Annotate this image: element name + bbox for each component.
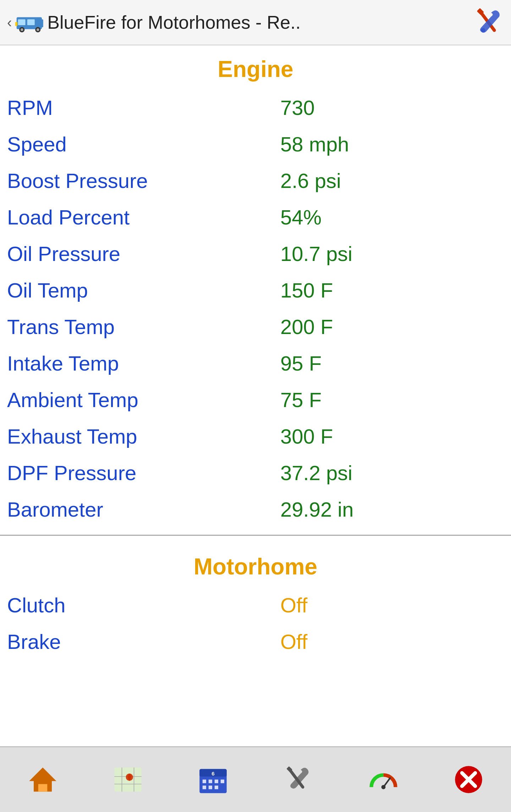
nav-close-button[interactable] [433,751,504,808]
table-row: Brake Off [7,623,504,660]
engine-data-table: RPM 730 Speed 58 mph Boost Pressure 2.6 … [0,89,511,528]
calendar-icon: 6 [198,764,228,795]
row-value-load-percent: 54% [280,205,504,229]
table-row: Barometer 29.92 in [7,491,504,528]
svg-rect-25 [214,786,218,789]
bottom-navigation: 6 [0,746,511,812]
svg-rect-3 [27,19,35,25]
table-row: Ambient Temp 75 F [7,382,504,418]
table-row: Boost Pressure 2.6 psi [7,162,504,199]
row-label-load-percent: Load Percent [7,205,280,229]
table-row: Clutch Off [7,587,504,623]
header-tools-icon[interactable] [472,6,504,38]
svg-rect-24 [208,786,212,789]
svg-rect-2 [18,19,26,25]
engine-section-title: Engine [0,45,511,89]
nav-map-button[interactable] [92,751,163,808]
row-value-dpf-pressure: 37.2 psi [280,461,504,485]
header-title: BlueFire for Motorhomes - Re.. [47,12,472,33]
row-label-boost-pressure: Boost Pressure [7,169,280,193]
row-label-rpm: RPM [7,96,280,119]
motorhome-section-title: Motorhome [0,543,511,587]
row-value-speed: 58 mph [280,132,504,156]
svg-rect-8 [15,22,17,26]
close-icon [454,764,484,795]
nav-gauge-button[interactable] [348,751,419,808]
row-label-oil-pressure: Oil Pressure [7,242,280,266]
row-value-boost-pressure: 2.6 psi [280,169,504,193]
row-value-rpm: 730 [280,96,504,119]
row-label-trans-temp: Trans Temp [7,315,280,339]
svg-rect-22 [220,780,224,783]
row-label-dpf-pressure: DPF Pressure [7,461,280,485]
home-icon [28,764,58,795]
nav-tools-button[interactable] [263,751,334,808]
svg-point-7 [37,28,39,31]
row-value-ambient-temp: 75 F [280,388,504,412]
svg-point-11 [481,28,485,33]
app-icon [15,11,47,34]
app-header: ‹ BlueFire for Motorhomes - Re.. [0,0,511,45]
map-icon [113,764,143,795]
svg-rect-23 [202,786,206,789]
row-label-intake-temp: Intake Temp [7,351,280,375]
row-label-clutch: Clutch [7,593,280,617]
table-row: Load Percent 54% [7,199,504,235]
table-row: Speed 58 mph [7,126,504,162]
svg-text:6: 6 [211,771,215,777]
section-divider [0,535,511,536]
svg-point-29 [381,785,385,789]
svg-rect-20 [208,780,212,783]
row-label-barometer: Barometer [7,497,280,521]
table-row: RPM 730 [7,89,504,126]
tools-icon [283,764,313,795]
row-value-oil-pressure: 10.7 psi [280,242,504,266]
row-value-barometer: 29.92 in [280,497,504,521]
nav-home-button[interactable] [7,751,78,808]
table-row: Trans Temp 200 F [7,308,504,345]
row-label-brake: Brake [7,630,280,654]
table-row: Intake Temp 95 F [7,345,504,382]
row-value-exhaust-temp: 300 F [280,424,504,448]
table-row: DPF Pressure 37.2 psi [7,455,504,491]
gauge-icon [368,764,399,795]
row-value-oil-temp: 150 F [280,278,504,302]
nav-calendar-button[interactable]: 6 [177,751,248,808]
row-label-ambient-temp: Ambient Temp [7,388,280,412]
table-row: Exhaust Temp 300 F [7,418,504,455]
row-value-brake: Off [280,630,504,654]
back-arrow[interactable]: ‹ [7,15,12,30]
svg-rect-21 [214,780,218,783]
motorhome-data-table: Clutch Off Brake Off [0,587,511,660]
row-value-clutch: Off [280,593,504,617]
table-row: Oil Pressure 10.7 psi [7,235,504,272]
row-label-speed: Speed [7,132,280,156]
row-label-oil-temp: Oil Temp [7,278,280,302]
row-value-trans-temp: 200 F [280,315,504,339]
table-row: Oil Temp 150 F [7,272,504,308]
svg-rect-13 [38,784,47,791]
svg-rect-19 [202,780,206,783]
row-label-exhaust-temp: Exhaust Temp [7,424,280,448]
svg-point-5 [21,28,23,31]
row-value-intake-temp: 95 F [280,351,504,375]
svg-rect-1 [38,19,43,27]
